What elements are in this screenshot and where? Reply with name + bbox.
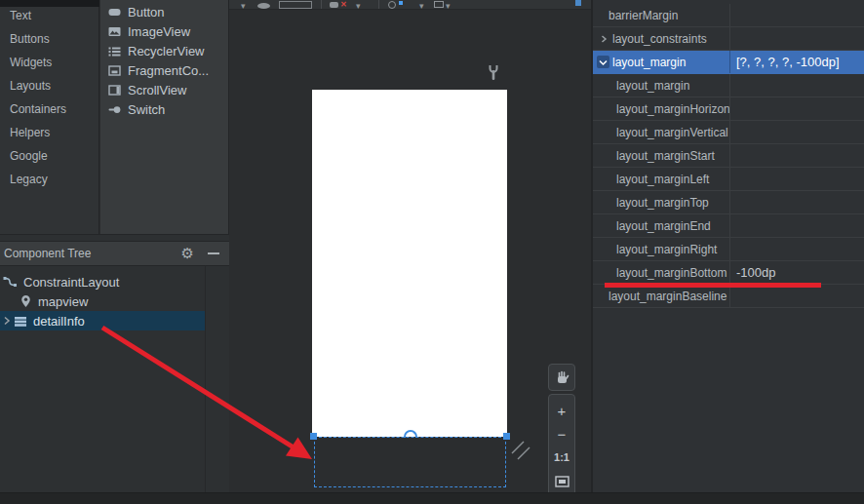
scrollview-icon [108, 84, 121, 97]
gear-icon[interactable]: ⚙ [181, 245, 194, 262]
attr-row-layout-marginend[interactable]: layout_marginEnd [593, 214, 864, 238]
attr-label: layout_marginBaseline [609, 290, 727, 303]
zoom-in-button[interactable]: + [558, 400, 567, 421]
chevron-down-icon[interactable]: ▾ [356, 1, 361, 10]
switch-icon [108, 103, 121, 116]
attr-value-field[interactable] [729, 121, 864, 143]
palette-category-widgets[interactable]: Widgets [0, 51, 99, 74]
attr-label: layout_marginHorizon... [616, 102, 729, 116]
attr-label: layout_marginBottom [616, 266, 727, 280]
constraint-handle-topright[interactable] [503, 433, 510, 440]
palette-item-scrollview[interactable]: ScrollView [108, 80, 186, 99]
attr-row-layout-marginstart[interactable]: layout_marginStart [593, 144, 864, 168]
toolbar-divider [378, 0, 379, 10]
attr-value-field[interactable] [729, 74, 864, 97]
design-surface[interactable]: ▾ ✕ ▾ ▾ ▾ [229, 0, 591, 492]
palette-category-helpers[interactable]: Helpers [0, 121, 99, 144]
palette-category-text[interactable]: Text [0, 4, 99, 27]
attr-row-layout-marginleft[interactable]: layout_marginLeft [593, 168, 864, 191]
imageview-icon [108, 25, 121, 38]
palette-item-button[interactable]: Button [108, 2, 165, 21]
zoom-actual-size-button[interactable]: 1:1 [554, 447, 569, 469]
tree-item-label: detailInfo [33, 314, 85, 329]
palette-item-fragmentcontainer[interactable]: FragmentCo... [108, 60, 209, 80]
minimize-icon[interactable] [208, 252, 219, 254]
palette-category-layouts[interactable]: Layouts [0, 74, 99, 97]
attr-value-field[interactable] [729, 191, 864, 213]
palette-item-switch[interactable]: Switch [108, 99, 165, 119]
palette-category-legacy[interactable]: Legacy [0, 168, 99, 191]
palette-item-label: ScrollView [128, 83, 186, 97]
attributes-panel: barrierMargin layout_constraints layout_… [591, 0, 864, 492]
zoom-to-fit-button[interactable] [555, 471, 569, 492]
attr-row-layout-marginvertical[interactable]: layout_marginVertical [593, 121, 864, 144]
attr-label: layout_marginEnd [616, 219, 711, 233]
attr-value-field[interactable] [729, 97, 864, 120]
detailinfo-selection-rect[interactable] [314, 437, 506, 487]
tree-scroll-gutter [205, 266, 206, 492]
attr-value-field[interactable] [729, 4, 864, 26]
pan-button[interactable] [548, 364, 575, 391]
attr-label: layout_marginTop [616, 196, 709, 210]
attr-value-field[interactable] [729, 285, 864, 307]
palette-category-buttons[interactable]: Buttons [0, 27, 99, 51]
chevron-right-icon[interactable] [597, 32, 609, 45]
palette-item-label: Switch [128, 102, 165, 117]
tree-item-constraintlayout[interactable]: ConstraintLayout [0, 272, 205, 291]
palette-item-imageview[interactable]: ImageView [108, 21, 190, 41]
attr-value-field[interactable] [729, 214, 864, 237]
android-studio-layout-editor: Text Buttons Widgets Layouts Containers … [0, 0, 864, 504]
attr-row-layout-marginright[interactable]: layout_marginRight [593, 238, 864, 261]
wrench-icon[interactable] [488, 64, 499, 85]
location-pin-icon [20, 294, 32, 308]
panel-icon-fragment[interactable] [575, 0, 581, 6]
magnet-icon[interactable] [330, 2, 338, 8]
attr-row-layout-margin-group[interactable]: layout_margin [?, ?, ?, ?, -100dp] [593, 51, 864, 74]
palette-category-containers[interactable]: Containers [0, 97, 99, 121]
button-icon [108, 6, 121, 19]
attr-row-layout-margin[interactable]: layout_margin [593, 74, 864, 97]
fit-screen-icon [555, 476, 569, 487]
tree-item-mapview[interactable]: mapview [0, 291, 205, 311]
magnet-off-x-icon: ✕ [340, 0, 347, 9]
palette-category-google[interactable]: Google [0, 144, 99, 168]
constraint-anchor-arc[interactable] [404, 430, 417, 438]
attr-value-field[interactable] [729, 27, 864, 50]
constraint-handle-topleft[interactable] [310, 433, 317, 440]
component-tree-title: Component Tree [4, 247, 91, 260]
attr-row-layout-margintop[interactable]: layout_marginTop [593, 191, 864, 214]
palette-header-strip [0, 0, 99, 7]
attr-value-field[interactable]: [?, ?, ?, ?, -100dp] [729, 51, 864, 73]
zoom-out-button[interactable]: − [558, 423, 567, 445]
attr-value-field[interactable] [729, 238, 864, 260]
attr-row-barriermargin[interactable]: barrierMargin [593, 4, 864, 27]
chevron-down-icon[interactable] [597, 56, 609, 68]
zoom-magnifier-icon[interactable] [388, 1, 396, 9]
tree-item-detailinfo[interactable]: detailInfo [0, 311, 205, 330]
palette-item-recyclerview[interactable]: RecyclerView [108, 41, 205, 60]
attr-row-layout-marginbaseline[interactable]: layout_marginBaseline [593, 285, 864, 308]
chevron-down-icon[interactable]: ▾ [446, 1, 451, 10]
theme-icon[interactable] [257, 3, 270, 9]
screen-mode-icon[interactable] [434, 1, 444, 8]
attr-row-layout-marginhorizontal[interactable]: layout_marginHorizon... [593, 97, 864, 121]
attr-value-field[interactable] [729, 168, 864, 190]
resize-grip-icon[interactable] [511, 441, 532, 466]
phone-preview[interactable] [312, 90, 507, 437]
attr-value-field[interactable]: -100dp [729, 261, 864, 284]
attr-row-layout-marginbottom[interactable]: layout_marginBottom -100dp [593, 261, 864, 285]
device-selector-icon[interactable] [279, 1, 312, 9]
attr-row-layout-constraints[interactable]: layout_constraints [593, 27, 864, 51]
palette-item-label: ImageView [128, 24, 190, 39]
attr-label: layout_marginLeft [616, 173, 709, 186]
palette-item-label: RecyclerView [128, 44, 205, 58]
constraint-layout-icon [3, 275, 18, 289]
tree-item-label: mapview [38, 294, 88, 309]
chevron-down-icon[interactable]: ▾ [419, 1, 424, 10]
zoom-controls: + − 1:1 [548, 394, 575, 498]
chevron-right-icon[interactable] [0, 316, 14, 326]
attr-value-field[interactable] [729, 144, 864, 167]
chevron-down-icon[interactable]: ▾ [241, 1, 246, 10]
attr-label: layout_marginRight [616, 243, 717, 256]
blue-plus-icon [399, 1, 403, 5]
